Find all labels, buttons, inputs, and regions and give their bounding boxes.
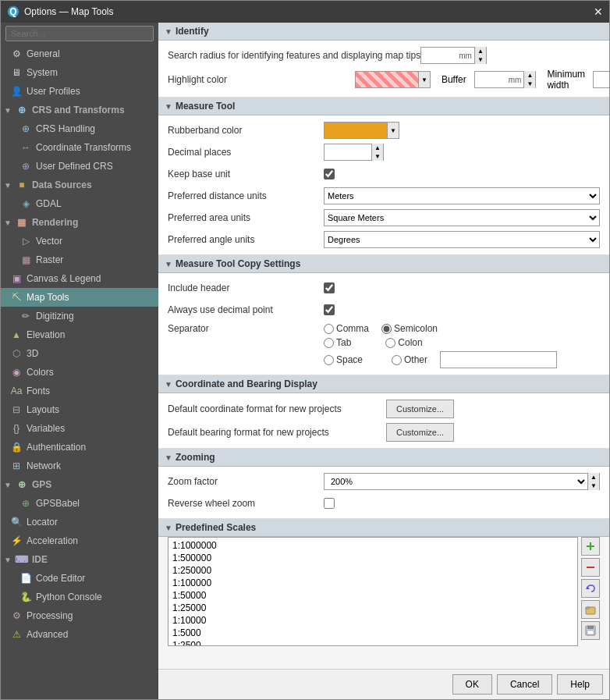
cancel-button[interactable]: Cancel bbox=[497, 674, 552, 695]
sidebar-item-variables[interactable]: {} Variables bbox=[1, 419, 158, 438]
measure-tool-section-header[interactable]: ▼ Measure Tool bbox=[158, 98, 609, 115]
sidebar-item-vector[interactable]: ▷ Vector bbox=[1, 232, 158, 251]
keep-base-unit-checkbox[interactable] bbox=[324, 169, 335, 179]
sidebar-item-advanced[interactable]: ⚠ Advanced bbox=[1, 625, 158, 644]
sidebar-item-layouts[interactable]: ⊟ Layouts bbox=[1, 400, 158, 419]
separator-other-radio[interactable] bbox=[392, 355, 402, 365]
separator-other-input[interactable] bbox=[440, 351, 557, 368]
sidebar-item-authentication[interactable]: 🔒 Authentication bbox=[1, 438, 158, 457]
zoom-factor-down[interactable]: ▼ bbox=[588, 481, 599, 490]
sidebar-item-gpsbabel[interactable]: ⊕ GPSBabel bbox=[1, 494, 158, 513]
separator-space-radio[interactable] bbox=[324, 355, 334, 365]
buffer-up[interactable]: ▲ bbox=[524, 71, 535, 80]
preferred-distance-select[interactable]: Meters Kilometers Feet Yards Miles bbox=[324, 187, 600, 204]
sidebar-item-coordinate-transforms[interactable]: ↔ Coordinate Transforms bbox=[1, 138, 158, 157]
separator-tab-label[interactable]: Tab bbox=[324, 337, 351, 348]
search-radius-input[interactable]: 2,00 bbox=[421, 50, 456, 61]
zoom-factor-select-container[interactable]: 200% 150% 125% 110% ▲ ▼ bbox=[324, 473, 600, 490]
search-radius-spinbox[interactable]: 2,00 mm ▲ ▼ bbox=[420, 47, 487, 64]
search-radius-up[interactable]: ▲ bbox=[475, 47, 486, 55]
preferred-angle-select[interactable]: Degrees Radians Gon/gradians bbox=[324, 231, 600, 248]
load-scales-button[interactable] bbox=[581, 600, 600, 619]
buffer-down[interactable]: ▼ bbox=[524, 80, 535, 88]
zooming-section-header[interactable]: ▼ Zooming bbox=[158, 449, 609, 467]
close-button[interactable]: ✕ bbox=[594, 5, 603, 18]
sidebar-item-rendering[interactable]: ▼ ▦ Rendering bbox=[1, 213, 158, 232]
coord-bearing-section-header[interactable]: ▼ Coordinate and Bearing Display bbox=[158, 375, 609, 393]
separator-semicolon-label[interactable]: Semicolon bbox=[381, 323, 438, 334]
separator-space-label[interactable]: Space bbox=[324, 354, 363, 365]
preferred-area-select[interactable]: Square Meters Square Kilometers Acres He… bbox=[324, 209, 600, 226]
include-header-checkbox[interactable] bbox=[324, 282, 335, 293]
predefined-scales-section-header[interactable]: ▼ Predefined Scales bbox=[158, 519, 609, 537]
help-button[interactable]: Help bbox=[557, 674, 603, 695]
sidebar-item-ide[interactable]: ▼ ⌨ IDE bbox=[1, 550, 158, 569]
min-width-spinbox[interactable]: 1,00 mm ▲ ▼ bbox=[593, 71, 609, 88]
zoom-factor-up[interactable]: ▲ bbox=[588, 473, 599, 481]
scales-list[interactable]: 1:10000001:5000001:2500001:1000001:50000… bbox=[168, 537, 578, 646]
sidebar-item-acceleration[interactable]: ⚡ Acceleration bbox=[1, 531, 158, 550]
separator-other-label[interactable]: Other bbox=[392, 354, 427, 365]
buffer-spinbox[interactable]: 0,50 mm ▲ ▼ bbox=[474, 71, 537, 88]
coord-customize-button[interactable]: Customize... bbox=[386, 400, 454, 418]
highlight-color-btn[interactable]: ▼ bbox=[355, 71, 431, 88]
sidebar-item-user-defined-crs[interactable]: ⊕ User Defined CRS bbox=[1, 157, 158, 176]
sidebar-item-python-console[interactable]: 🐍 Python Console bbox=[1, 588, 158, 606]
search-radius-down[interactable]: ▼ bbox=[475, 55, 486, 64]
sidebar-item-general[interactable]: ⚙ General bbox=[1, 44, 158, 63]
sidebar-item-crs-transforms[interactable]: ▼ ⊕ CRS and Transforms bbox=[1, 101, 158, 119]
decimal-places-up[interactable]: ▲ bbox=[372, 144, 383, 152]
scale-item[interactable]: 1:2500 bbox=[170, 639, 576, 646]
sidebar-item-digitizing[interactable]: ✏ Digitizing bbox=[1, 307, 158, 325]
sidebar-item-processing[interactable]: ⚙ Processing bbox=[1, 606, 158, 625]
sidebar-item-fonts[interactable]: Aa Fonts bbox=[1, 382, 158, 400]
highlight-color-dropdown-arrow[interactable]: ▼ bbox=[418, 72, 430, 87]
scale-item[interactable]: 1:100000 bbox=[170, 577, 576, 589]
separator-colon-label[interactable]: Colon bbox=[385, 337, 422, 348]
sidebar-item-gps[interactable]: ▼ ⊕ GPS bbox=[1, 475, 158, 494]
sidebar-item-network[interactable]: ⊞ Network bbox=[1, 457, 158, 475]
decimal-places-input[interactable]: 3 bbox=[325, 147, 371, 158]
sidebar-item-crs-handling[interactable]: ⊕ CRS Handling bbox=[1, 119, 158, 138]
separator-tab-radio[interactable] bbox=[324, 338, 334, 348]
zoom-factor-select[interactable]: 200% 150% 125% 110% bbox=[325, 476, 587, 487]
decimal-places-down[interactable]: ▼ bbox=[372, 152, 383, 161]
scale-item[interactable]: 1:10000 bbox=[170, 614, 576, 627]
sidebar-item-data-sources[interactable]: ▼ ■ Data Sources bbox=[1, 176, 158, 194]
sidebar-item-canvas-legend[interactable]: ▣ Canvas & Legend bbox=[1, 269, 158, 288]
min-width-input[interactable]: 1,00 bbox=[594, 74, 609, 85]
sidebar-item-system[interactable]: 🖥 System bbox=[1, 63, 158, 82]
sidebar-item-map-tools[interactable]: ⛏ Map Tools bbox=[1, 288, 158, 307]
rubberband-color-btn[interactable]: ▼ bbox=[324, 122, 399, 139]
add-scale-button[interactable] bbox=[581, 537, 600, 556]
scale-item[interactable]: 1:1000000 bbox=[170, 539, 576, 552]
reverse-wheel-checkbox[interactable] bbox=[324, 498, 335, 509]
bearing-customize-button[interactable]: Customize... bbox=[386, 423, 454, 442]
separator-semicolon-radio[interactable] bbox=[381, 324, 392, 334]
measure-copy-section-header[interactable]: ▼ Measure Tool Copy Settings bbox=[158, 255, 609, 273]
scale-item[interactable]: 1:50000 bbox=[170, 589, 576, 602]
decimal-places-spinbox[interactable]: 3 ▲ ▼ bbox=[324, 144, 384, 161]
sidebar-item-elevation[interactable]: ▲ Elevation bbox=[1, 325, 158, 344]
scale-item[interactable]: 1:500000 bbox=[170, 552, 576, 564]
remove-scale-button[interactable] bbox=[581, 558, 600, 577]
scale-item[interactable]: 1:5000 bbox=[170, 627, 576, 639]
sidebar-item-code-editor[interactable]: 📄 Code Editor bbox=[1, 569, 158, 588]
buffer-input[interactable]: 0,50 bbox=[475, 74, 506, 85]
separator-comma-label[interactable]: Comma bbox=[324, 323, 369, 334]
identify-section-header[interactable]: ▼ Identify bbox=[158, 23, 609, 41]
undo-scale-button[interactable] bbox=[581, 579, 600, 598]
scale-item[interactable]: 1:25000 bbox=[170, 602, 576, 614]
separator-comma-radio[interactable] bbox=[324, 324, 334, 334]
sidebar-item-user-profiles[interactable]: 👤 User Profiles bbox=[1, 82, 158, 101]
rubberband-color-dropdown-arrow[interactable]: ▼ bbox=[387, 123, 399, 138]
scale-item[interactable]: 1:250000 bbox=[170, 564, 576, 577]
sidebar-item-colors[interactable]: ◉ Colors bbox=[1, 363, 158, 382]
save-scales-button[interactable] bbox=[581, 621, 600, 640]
sidebar-item-raster[interactable]: ▦ Raster bbox=[1, 251, 158, 269]
sidebar-item-3d[interactable]: ⬡ 3D bbox=[1, 344, 158, 363]
always-decimal-checkbox[interactable] bbox=[324, 304, 335, 315]
sidebar-item-locator[interactable]: 🔍 Locator bbox=[1, 513, 158, 531]
separator-colon-radio[interactable] bbox=[385, 338, 395, 348]
ok-button[interactable]: OK bbox=[452, 674, 492, 695]
